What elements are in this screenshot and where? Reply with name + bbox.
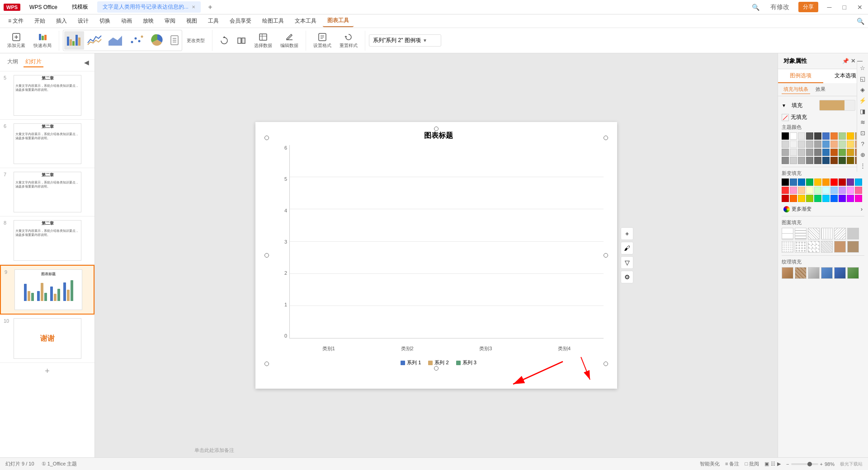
new-c11[interactable] bbox=[782, 187, 789, 194]
tab-slides[interactable]: 幻灯片 bbox=[24, 57, 43, 67]
side-icon-5[interactable]: ◨ bbox=[858, 107, 867, 116]
color-r4-5[interactable] bbox=[814, 157, 821, 164]
color-r3-2[interactable] bbox=[790, 149, 797, 156]
sub-tab-effect[interactable]: 效果 bbox=[814, 85, 827, 94]
menu-animation[interactable]: 动画 bbox=[117, 15, 137, 27]
flip-btn[interactable] bbox=[233, 34, 250, 47]
color-r2-8[interactable] bbox=[839, 141, 846, 148]
theme-color-yellow[interactable] bbox=[847, 132, 854, 140]
pattern-4[interactable] bbox=[821, 228, 833, 240]
slide-item-7[interactable]: 7 第二章 大量文字内容展示，系统介绍各类知识要点，涵盖多项重要内容说明。 bbox=[0, 168, 94, 216]
new-c22[interactable] bbox=[790, 195, 797, 202]
new-c6[interactable] bbox=[822, 179, 830, 186]
handle-tl[interactable] bbox=[264, 136, 269, 140]
slide-item-5[interactable]: 5 第二章 大量文字内容展示，系统介绍各类知识要点，涵盖多项重要内容说明。 bbox=[0, 71, 94, 120]
share-btn[interactable]: 分享 bbox=[798, 2, 818, 12]
tab-legend-options[interactable]: 图例选项 bbox=[778, 69, 823, 83]
new-c4[interactable] bbox=[806, 179, 813, 186]
search-icon[interactable]: 🔍 bbox=[857, 18, 864, 25]
menu-vip[interactable]: 会员享受 bbox=[225, 15, 256, 27]
new-c27[interactable] bbox=[830, 195, 838, 202]
add-element-btn[interactable]: 添加元素 bbox=[4, 31, 29, 51]
theme-color-dgray[interactable] bbox=[814, 132, 821, 140]
texture-2[interactable] bbox=[795, 267, 807, 279]
side-icon-6[interactable]: ≋ bbox=[858, 118, 867, 127]
color-r4-8[interactable] bbox=[839, 157, 846, 164]
select-data-btn[interactable]: 选择数据 bbox=[250, 31, 276, 51]
theme-color-lgreen[interactable] bbox=[839, 132, 846, 140]
no-fill-option[interactable]: 无填充 bbox=[782, 113, 864, 121]
maximize-btn[interactable]: □ bbox=[841, 2, 848, 13]
line-chart-btn[interactable] bbox=[85, 31, 105, 50]
color-r2-7[interactable] bbox=[830, 141, 838, 148]
document-tab[interactable]: 文字是人类用符号记录表达信息的... ✕ bbox=[97, 1, 201, 13]
color-r2-9[interactable] bbox=[847, 141, 854, 148]
new-c23[interactable] bbox=[798, 195, 805, 202]
sidebar-collapse-btn[interactable]: ◀ bbox=[84, 59, 89, 66]
handle-tc[interactable] bbox=[434, 127, 439, 131]
handle-bc[interactable] bbox=[434, 366, 439, 371]
chart-add-element-btn[interactable]: + bbox=[621, 227, 633, 240]
side-icon-1[interactable]: ☆ bbox=[858, 63, 867, 72]
series-dropdown[interactable]: 系列"系列 2" 图例项 ▼ bbox=[369, 34, 441, 47]
handle-tr[interactable] bbox=[604, 136, 608, 140]
new-c19[interactable] bbox=[847, 187, 854, 194]
new-c15[interactable] bbox=[814, 187, 821, 194]
new-c21[interactable] bbox=[782, 195, 789, 202]
reset-style-btn[interactable]: 重置样式 bbox=[336, 31, 361, 51]
menu-text-tools[interactable]: 文本工具 bbox=[290, 15, 321, 27]
minimize-btn[interactable]: ─ bbox=[826, 2, 834, 13]
color-r3-7[interactable] bbox=[830, 149, 838, 156]
new-c13[interactable] bbox=[798, 187, 805, 194]
color-r3-9[interactable] bbox=[847, 149, 854, 156]
panel-pin-btn[interactable]: 📌 bbox=[842, 58, 849, 64]
texture-4[interactable] bbox=[821, 267, 833, 279]
new-c14[interactable] bbox=[806, 187, 813, 194]
menu-transition[interactable]: 切换 bbox=[95, 15, 115, 27]
chart-style-btn[interactable]: 🖌 bbox=[621, 242, 633, 254]
bar-chart-btn[interactable] bbox=[64, 31, 84, 50]
texture-5[interactable] bbox=[834, 267, 846, 279]
new-c1[interactable] bbox=[782, 179, 789, 186]
close-btn[interactable]: ✕ bbox=[855, 2, 864, 13]
slide-item-8[interactable]: 8 第二章 大量文字内容展示，系统介绍各类知识要点，涵盖多项重要内容说明。 bbox=[0, 216, 94, 265]
new-c29[interactable] bbox=[847, 195, 854, 202]
pattern-8[interactable] bbox=[795, 241, 807, 253]
menu-file[interactable]: ≡ 文件 bbox=[4, 15, 28, 27]
color-r3-6[interactable] bbox=[822, 149, 830, 156]
pattern-3[interactable] bbox=[808, 228, 820, 240]
color-r3-4[interactable] bbox=[806, 149, 813, 156]
pattern-6[interactable] bbox=[847, 228, 859, 240]
menu-slideshow[interactable]: 放映 bbox=[138, 15, 158, 27]
new-c26[interactable] bbox=[822, 195, 830, 202]
new-c2[interactable] bbox=[790, 179, 797, 186]
notes-btn[interactable]: ≡ 备注 bbox=[725, 461, 739, 467]
quick-layout-btn[interactable]: 快速布局 bbox=[30, 31, 55, 51]
color-r3-1[interactable] bbox=[782, 149, 789, 156]
side-icon-3[interactable]: ◈ bbox=[858, 85, 867, 94]
new-c18[interactable] bbox=[839, 187, 846, 194]
menu-tools[interactable]: 工具 bbox=[203, 15, 223, 27]
menu-draw-tools[interactable]: 绘图工具 bbox=[258, 15, 288, 27]
chart-filter-btn[interactable]: ▽ bbox=[621, 256, 633, 269]
new-c3[interactable] bbox=[798, 179, 805, 186]
theme-color-white[interactable] bbox=[790, 132, 797, 140]
menu-design[interactable]: 设计 bbox=[73, 15, 93, 27]
scatter-chart-btn[interactable] bbox=[127, 31, 146, 50]
sub-tab-fill[interactable]: 填充与线条 bbox=[782, 85, 810, 94]
area-chart-btn[interactable] bbox=[106, 31, 126, 50]
theme-color-lgray[interactable] bbox=[798, 132, 805, 140]
pie-chart-btn[interactable] bbox=[147, 31, 167, 50]
template-tab[interactable]: 找模板 bbox=[66, 1, 94, 13]
view-normal-btn[interactable]: ▣ bbox=[764, 461, 769, 467]
new-c9[interactable] bbox=[847, 179, 854, 186]
side-icon-2[interactable]: ◱ bbox=[858, 74, 867, 83]
set-format-btn[interactable]: 设置格式 bbox=[310, 31, 335, 51]
handle-bl[interactable] bbox=[264, 362, 269, 366]
theme-color-orange[interactable] bbox=[830, 132, 838, 140]
color-r4-3[interactable] bbox=[798, 157, 805, 164]
panel-close-btn[interactable]: ✕ bbox=[851, 58, 855, 64]
color-r2-6[interactable] bbox=[822, 141, 830, 148]
rotate-btn[interactable] bbox=[216, 34, 232, 47]
handle-mr[interactable] bbox=[604, 253, 608, 258]
